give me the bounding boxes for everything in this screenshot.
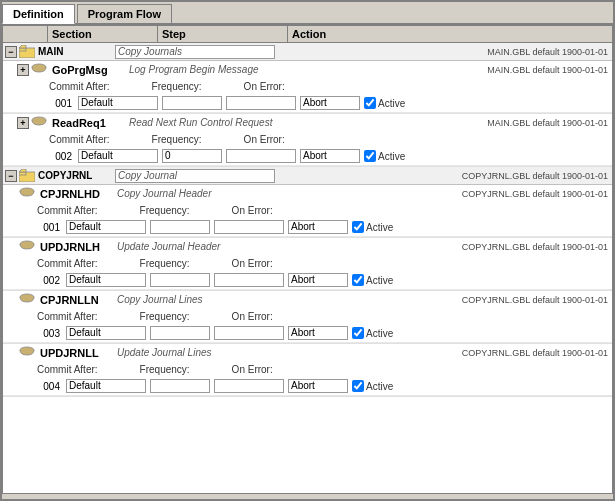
label-fr-cpjrnlln: Frequency: — [140, 311, 190, 322]
section-desc-copyjrnl[interactable]: Copy Journal — [115, 169, 275, 183]
db-icon-goprgmsg — [31, 63, 47, 76]
toggle-copyjrnl[interactable]: − — [5, 170, 17, 182]
folder-icon-copyjrnl — [19, 169, 35, 182]
label-active-updjrnll: Active — [366, 381, 393, 392]
checkbox-active-readreq1[interactable] — [364, 150, 376, 162]
step-num-goprgmsg: 001 — [33, 97, 78, 110]
label-ca-updjrnlh: Commit After: — [37, 258, 98, 269]
input-commit-readreq1[interactable]: Default — [78, 149, 158, 163]
step-desc-goprgmsg: Log Program Begin Message — [129, 64, 329, 75]
input-freq-updjrnlh[interactable] — [150, 273, 210, 287]
input-oe-cpjrnlln[interactable] — [214, 326, 284, 340]
db-icon-cpjrnlhd — [19, 187, 35, 200]
input-freq-cpjrnlln[interactable] — [150, 326, 210, 340]
section-meta-copyjrnl: COPYJRNL.GBL default 1900-01-01 — [462, 171, 608, 181]
step-header-cpjrnlln: CPJRNLLN Copy Journal Lines COPYJRNL.GBL… — [3, 291, 612, 308]
db-icon-readreq1 — [31, 116, 47, 129]
step-action-updjrnlh: 002 Default Abort Active — [3, 271, 612, 290]
checkbox-active-updjrnll[interactable] — [352, 380, 364, 392]
input-abort-cpjrnlhd[interactable]: Abort — [288, 220, 348, 234]
input-freq-updjrnll[interactable] — [150, 379, 210, 393]
section-name-copyjrnl: COPYJRNL — [35, 169, 115, 182]
step-name-cpjrnlln: CPJRNLLN — [37, 293, 117, 307]
tab-program-flow[interactable]: Program Flow — [77, 4, 172, 23]
step-meta-readreq1: MAIN.GBL default 1900-01-01 — [487, 118, 608, 128]
step-name-cpjrnlhd: CPJRNLHD — [37, 187, 117, 201]
step-desc-cpjrnlhd: Copy Journal Header — [117, 188, 317, 199]
svg-rect-1 — [19, 48, 26, 51]
toggle-goprgmsg[interactable]: + — [17, 64, 29, 76]
input-commit-cpjrnlhd[interactable]: Default — [66, 220, 146, 234]
checkbox-active-goprgmsg[interactable] — [364, 97, 376, 109]
label-frequency: Frequency: — [152, 81, 202, 92]
header-num — [3, 26, 48, 42]
db-icon-updjrnll — [19, 346, 35, 359]
label-on-error: On Error: — [244, 81, 285, 92]
input-commit-cpjrnlln[interactable]: Default — [66, 326, 146, 340]
input-oe-cpjrnlhd[interactable] — [214, 220, 284, 234]
checkbox-active-cpjrnlln[interactable] — [352, 327, 364, 339]
input-frequency-goprgmsg[interactable] — [162, 96, 222, 110]
input-abort-goprgmsg[interactable]: Abort — [300, 96, 360, 110]
checkbox-active-updjrnlh[interactable] — [352, 274, 364, 286]
label-oe-cpjrnlhd: On Error: — [232, 205, 273, 216]
step-header-updjrnlh: UPDJRNLH Update Journal Header COPYJRNL.… — [3, 238, 612, 255]
step-meta-cpjrnlhd: COPYJRNL.GBL default 1900-01-01 — [462, 189, 608, 199]
step-name-goprgmsg: GoPrgMsg — [49, 63, 129, 77]
step-num-cpjrnlhd: 001 — [21, 221, 66, 234]
step-detail1-updjrnll: Commit After: Frequency: On Error: — [3, 361, 612, 377]
header-action: Action — [288, 26, 612, 42]
step-group-updjrnlh: UPDJRNLH Update Journal Header COPYJRNL.… — [3, 238, 612, 291]
step-num-updjrnlh: 002 — [21, 274, 66, 287]
checkbox-active-cpjrnlhd[interactable] — [352, 221, 364, 233]
input-oe-updjrnlh[interactable] — [214, 273, 284, 287]
step-action-goprgmsg: 001 Default Abort Active — [3, 94, 612, 113]
label-fr-cpjrnlhd: Frequency: — [140, 205, 190, 216]
label-commit-after2: Commit After: — [49, 134, 110, 145]
step-detail1-cpjrnlln: Commit After: Frequency: On Error: — [3, 308, 612, 324]
step-desc-updjrnlh: Update Journal Header — [117, 241, 317, 252]
label-frequency2: Frequency: — [152, 134, 202, 145]
input-oe-updjrnll[interactable] — [214, 379, 284, 393]
active-wrap-cpjrnlln: Active — [352, 327, 395, 339]
step-action-updjrnll: 004 Default Abort Active — [3, 377, 612, 396]
step-group-goprgmsg: + GoPrgMsg Log Program Begin Message MAI… — [3, 61, 612, 114]
step-action-cpjrnlhd: 001 Default Abort Active — [3, 218, 612, 237]
input-commit-updjrnlh[interactable]: Default — [66, 273, 146, 287]
tab-definition[interactable]: Definition — [2, 4, 75, 24]
section-row-copyjrnl: − COPYJRNL Copy Journal COPYJRNL.GBL def… — [3, 167, 612, 185]
label-oe-updjrnll: On Error: — [232, 364, 273, 375]
label-commit-after: Commit After: — [49, 81, 110, 92]
db-icon-cpjrnlln — [19, 293, 35, 306]
input-abort-cpjrnlln[interactable]: Abort — [288, 326, 348, 340]
step-header-readreq1: + ReadReq1 Read Next Run Control Request… — [3, 114, 612, 131]
step-header-cpjrnlhd: CPJRNLHD Copy Journal Header COPYJRNL.GB… — [3, 185, 612, 202]
step-group-cpjrnlln: CPJRNLLN Copy Journal Lines COPYJRNL.GBL… — [3, 291, 612, 344]
step-header-goprgmsg: + GoPrgMsg Log Program Begin Message MAI… — [3, 61, 612, 78]
svg-marker-2 — [19, 45, 26, 48]
grid-header: Section Step Action — [3, 26, 612, 43]
input-frequency-readreq1[interactable]: 0 — [162, 149, 222, 163]
svg-marker-7 — [19, 169, 26, 172]
input-commit-goprgmsg[interactable]: Default — [78, 96, 158, 110]
label-ca-updjrnll: Commit After: — [37, 364, 98, 375]
active-wrap-goprgmsg: Active — [364, 97, 407, 109]
input-abort-updjrnlh[interactable]: Abort — [288, 273, 348, 287]
step-header-updjrnll: UPDJRNLL Update Journal Lines COPYJRNL.G… — [3, 344, 612, 361]
input-commit-updjrnll[interactable]: Default — [66, 379, 146, 393]
input-abort-updjrnll[interactable]: Abort — [288, 379, 348, 393]
header-section: Section — [48, 26, 158, 42]
section-desc-main[interactable]: Copy Journals — [115, 45, 275, 59]
input-freq-cpjrnlhd[interactable] — [150, 220, 210, 234]
toggle-readreq1[interactable]: + — [17, 117, 29, 129]
toggle-main[interactable]: − — [5, 46, 17, 58]
input-abort-readreq1[interactable]: Abort — [300, 149, 360, 163]
input-on-error-goprgmsg[interactable] — [226, 96, 296, 110]
active-wrap-updjrnlh: Active — [352, 274, 395, 286]
input-on-error-readreq1[interactable] — [226, 149, 296, 163]
step-meta-updjrnll: COPYJRNL.GBL default 1900-01-01 — [462, 348, 608, 358]
main-content: Section Step Action − MAIN Copy Journals… — [2, 25, 613, 494]
active-wrap-updjrnll: Active — [352, 380, 395, 392]
step-action-cpjrnlln: 003 Default Abort Active — [3, 324, 612, 343]
label-oe-cpjrnlln: On Error: — [232, 311, 273, 322]
